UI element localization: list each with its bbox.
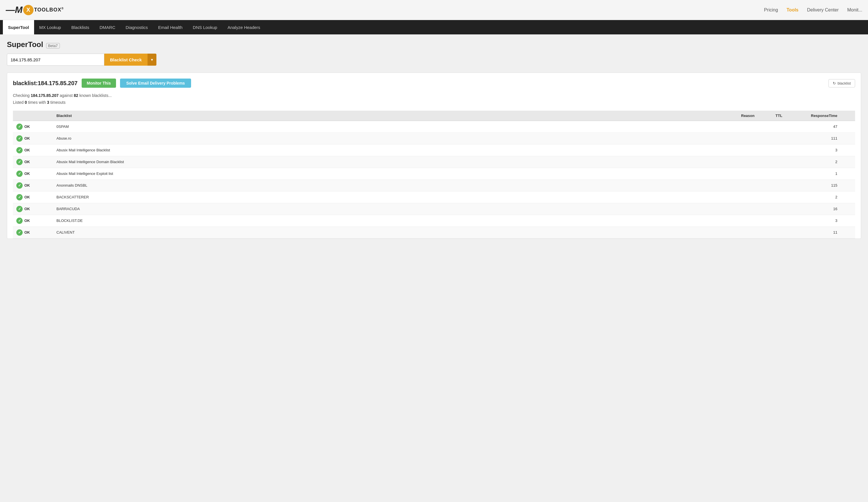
cell-ttl bbox=[772, 203, 795, 215]
summary-listed-count: 0 bbox=[25, 100, 27, 105]
cell-status: ✓OK bbox=[13, 227, 53, 238]
cell-blacklist: Abuse.ro bbox=[53, 132, 738, 144]
refresh-icon: ↻ bbox=[833, 81, 836, 86]
nav-supertool[interactable]: SuperTool bbox=[3, 20, 34, 34]
cell-ttl bbox=[772, 132, 795, 144]
table-row: ✓OKAnonmails DNSBL115 bbox=[13, 180, 855, 191]
page-content: SuperTool Beta7 Blacklist Check ▾ blackl… bbox=[0, 34, 868, 244]
summary-checking-text: Checking bbox=[13, 93, 30, 98]
nav-analyze-headers[interactable]: Analyze Headers bbox=[222, 20, 265, 34]
logo[interactable]: —M X TOOLBOX® bbox=[6, 4, 64, 15]
cell-responsetime: 1 bbox=[795, 168, 841, 180]
nav-diagnostics[interactable]: Diagnostics bbox=[120, 20, 153, 34]
table-row: ✓OKBACKSCATTERER2 bbox=[13, 191, 855, 203]
cell-status: ✓OK bbox=[13, 215, 53, 227]
cell-status: ✓OK bbox=[13, 132, 53, 144]
summary-line-1: Checking 184.175.85.207 against 82 known… bbox=[13, 92, 855, 99]
cell-status: ✓OK bbox=[13, 121, 53, 132]
status-ok-text: OK bbox=[24, 195, 30, 199]
result-header-left: blacklist:184.175.85.207 Monitor This So… bbox=[13, 79, 191, 88]
cell-blacklist: Abusix Mail Intelligence Exploit list bbox=[53, 168, 738, 180]
nav-link-pricing[interactable]: Pricing bbox=[764, 8, 778, 13]
nav-link-delivery-center[interactable]: Delivery Center bbox=[807, 8, 838, 13]
cell-ttl bbox=[772, 156, 795, 168]
status-ok-indicator: ✓OK bbox=[16, 159, 50, 165]
search-input[interactable] bbox=[7, 53, 104, 66]
dropdown-arrow-button[interactable]: ▾ bbox=[147, 53, 156, 66]
cell-responsetime: 47 bbox=[795, 121, 841, 132]
cell-blacklist: Abusix Mail Intelligence Domain Blacklis… bbox=[53, 156, 738, 168]
result-title-ip: 184.175.85.207 bbox=[38, 80, 78, 86]
cell-responsetime: 115 bbox=[795, 180, 841, 191]
summary-timeouts-count: 3 bbox=[47, 100, 49, 105]
refresh-blacklist-button[interactable]: ↻ blacklist bbox=[828, 79, 855, 88]
status-ok-text: OK bbox=[24, 183, 30, 188]
cell-ttl bbox=[772, 144, 795, 156]
summary-ip-bold: 184.175.85.207 bbox=[31, 93, 59, 98]
summary-times-text: times with bbox=[28, 100, 46, 105]
blacklist-check-button[interactable]: Blacklist Check bbox=[104, 53, 147, 66]
solve-email-delivery-button[interactable]: Solve Email Delivery Problems bbox=[120, 79, 192, 88]
table-row: ✓OKAbusix Mail Intelligence Blacklist3 bbox=[13, 144, 855, 156]
cell-blacklist: Abusix Mail Intelligence Blacklist bbox=[53, 144, 738, 156]
top-navigation: —M X TOOLBOX® Pricing Tools Delivery Cen… bbox=[0, 0, 868, 20]
ok-checkmark-icon: ✓ bbox=[16, 229, 23, 236]
col-header-status bbox=[13, 111, 53, 121]
summary-line-2: Listed 0 times with 3 timeouts bbox=[13, 99, 855, 106]
table-row: ✓OKBARRACUDA16 bbox=[13, 203, 855, 215]
cell-reason bbox=[738, 203, 772, 215]
logo-x-circle: X bbox=[23, 5, 33, 15]
status-ok-indicator: ✓OK bbox=[16, 218, 50, 224]
result-summary: Checking 184.175.85.207 against 82 known… bbox=[13, 92, 855, 106]
nav-email-health[interactable]: Email Health bbox=[153, 20, 188, 34]
nav-blacklists[interactable]: Blacklists bbox=[66, 20, 94, 34]
cell-ttl bbox=[772, 191, 795, 203]
cell-blacklist: BARRACUDA bbox=[53, 203, 738, 215]
cell-ttl bbox=[772, 168, 795, 180]
ok-checkmark-icon: ✓ bbox=[16, 194, 23, 200]
cell-reason bbox=[738, 121, 772, 132]
result-panel: blacklist:184.175.85.207 Monitor This So… bbox=[7, 72, 861, 239]
col-header-action bbox=[841, 111, 855, 121]
status-ok-text: OK bbox=[24, 148, 30, 152]
cell-reason bbox=[738, 168, 772, 180]
nav-mx-lookup[interactable]: MX Lookup bbox=[34, 20, 66, 34]
summary-listed-text: Listed bbox=[13, 100, 23, 105]
monitor-this-button[interactable]: Monitor This bbox=[82, 79, 116, 88]
cell-blacklist: BLOCKLIST.DE bbox=[53, 215, 738, 227]
summary-known-text: known blacklists... bbox=[79, 93, 112, 98]
col-header-reason: Reason bbox=[738, 111, 772, 121]
nav-dmarc[interactable]: DMARC bbox=[94, 20, 120, 34]
status-ok-indicator: ✓OK bbox=[16, 135, 50, 142]
nav-link-monit[interactable]: Monit... bbox=[847, 8, 862, 13]
table-header-row: Blacklist Reason TTL ResponseTime bbox=[13, 111, 855, 121]
search-area: Blacklist Check ▾ bbox=[7, 53, 861, 66]
cell-action bbox=[841, 227, 855, 238]
cell-responsetime: 111 bbox=[795, 132, 841, 144]
cell-responsetime: 16 bbox=[795, 203, 841, 215]
summary-timeouts-text: timeouts bbox=[50, 100, 65, 105]
ok-checkmark-icon: ✓ bbox=[16, 135, 23, 142]
table-row: ✓OKAbusix Mail Intelligence Exploit list… bbox=[13, 168, 855, 180]
cell-action bbox=[841, 215, 855, 227]
cell-blacklist: Anonmails DNSBL bbox=[53, 180, 738, 191]
nav-link-tools[interactable]: Tools bbox=[787, 8, 798, 13]
cell-reason bbox=[738, 180, 772, 191]
status-ok-indicator: ✓OK bbox=[16, 182, 50, 189]
cell-responsetime: 3 bbox=[795, 215, 841, 227]
status-ok-indicator: ✓OK bbox=[16, 206, 50, 212]
status-ok-indicator: ✓OK bbox=[16, 147, 50, 153]
cell-blacklist: CALIVENT bbox=[53, 227, 738, 238]
status-ok-text: OK bbox=[24, 124, 30, 129]
cell-status: ✓OK bbox=[13, 168, 53, 180]
cell-reason bbox=[738, 215, 772, 227]
status-ok-indicator: ✓OK bbox=[16, 123, 50, 130]
status-ok-text: OK bbox=[24, 230, 30, 234]
nav-dns-lookup[interactable]: DNS Lookup bbox=[188, 20, 222, 34]
cell-action bbox=[841, 156, 855, 168]
cell-responsetime: 11 bbox=[795, 227, 841, 238]
cell-responsetime: 2 bbox=[795, 156, 841, 168]
result-header: blacklist:184.175.85.207 Monitor This So… bbox=[13, 79, 855, 88]
cell-ttl bbox=[772, 227, 795, 238]
ok-checkmark-icon: ✓ bbox=[16, 123, 23, 130]
